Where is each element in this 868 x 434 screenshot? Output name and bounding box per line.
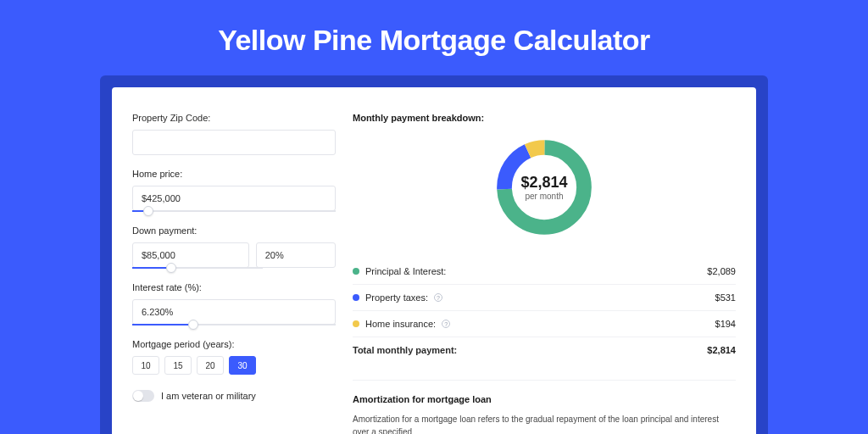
slider-thumb[interactable] bbox=[166, 263, 176, 273]
amortization-title: Amortization for mortgage loan bbox=[353, 394, 736, 404]
veteran-label: I am veteran or military bbox=[161, 391, 256, 401]
period-btn-15[interactable]: 15 bbox=[164, 356, 192, 375]
donut-center: $2,814 per month bbox=[520, 174, 567, 201]
total-value: $2,814 bbox=[707, 345, 736, 355]
interest-slider[interactable] bbox=[132, 324, 336, 326]
slider-thumb[interactable] bbox=[188, 320, 198, 330]
legend-value: $2,089 bbox=[707, 266, 736, 276]
zip-field-block: Property Zip Code: bbox=[132, 113, 336, 155]
legend-row: Home insurance:?$194 bbox=[353, 311, 736, 337]
period-btn-20[interactable]: 20 bbox=[197, 356, 224, 375]
legend-label: Home insurance: bbox=[365, 319, 436, 329]
calculator-card: Property Zip Code: Home price: Down paym… bbox=[112, 87, 756, 434]
period-label: Mortgage period (years): bbox=[132, 339, 336, 349]
total-label: Total monthly payment: bbox=[353, 345, 457, 355]
period-buttons: 10152030 bbox=[132, 356, 336, 375]
home-price-block: Home price: bbox=[132, 169, 336, 212]
home-price-input[interactable] bbox=[132, 186, 336, 211]
donut-chart: $2,814 per month bbox=[353, 135, 736, 240]
info-icon[interactable]: ? bbox=[442, 320, 450, 328]
period-block: Mortgage period (years): 10152030 bbox=[132, 339, 336, 375]
interest-label: Interest rate (%): bbox=[132, 282, 336, 292]
down-payment-input[interactable] bbox=[132, 242, 249, 268]
page-title: Yellow Pine Mortgage Calculator bbox=[0, 0, 868, 75]
toggle-knob bbox=[133, 391, 143, 401]
card-shadow: Property Zip Code: Home price: Down paym… bbox=[100, 75, 768, 434]
legend-dot-icon bbox=[353, 320, 359, 327]
veteran-toggle-row: I am veteran or military bbox=[132, 390, 336, 402]
period-btn-10[interactable]: 10 bbox=[132, 356, 159, 375]
donut-amount: $2,814 bbox=[520, 174, 567, 192]
down-payment-slider[interactable] bbox=[132, 267, 263, 269]
interest-block: Interest rate (%): bbox=[132, 282, 336, 326]
down-payment-label: Down payment: bbox=[132, 225, 336, 236]
info-icon[interactable]: ? bbox=[434, 293, 442, 302]
form-column: Property Zip Code: Home price: Down paym… bbox=[132, 113, 336, 434]
legend-row: Property taxes:?$531 bbox=[353, 285, 736, 311]
slider-thumb[interactable] bbox=[143, 206, 153, 216]
legend-dot-icon bbox=[353, 268, 359, 275]
zip-label: Property Zip Code: bbox=[132, 113, 336, 123]
breakdown-column: Monthly payment breakdown: $2,814 per mo… bbox=[353, 113, 736, 434]
veteran-toggle[interactable] bbox=[132, 390, 154, 402]
legend-value: $194 bbox=[715, 319, 736, 329]
legend-row: Principal & Interest:$2,089 bbox=[353, 259, 736, 285]
legend: Principal & Interest:$2,089Property taxe… bbox=[353, 259, 736, 337]
legend-label: Property taxes: bbox=[365, 292, 428, 303]
interest-input[interactable] bbox=[132, 299, 336, 325]
zip-input[interactable] bbox=[132, 130, 336, 155]
legend-value: $531 bbox=[715, 292, 736, 303]
home-price-label: Home price: bbox=[132, 169, 336, 179]
donut-sub: per month bbox=[520, 192, 567, 201]
amortization-section: Amortization for mortgage loan Amortizat… bbox=[353, 380, 736, 434]
breakdown-heading: Monthly payment breakdown: bbox=[353, 113, 736, 123]
period-btn-30[interactable]: 30 bbox=[229, 356, 256, 375]
legend-label: Principal & Interest: bbox=[365, 266, 446, 276]
legend-dot-icon bbox=[353, 294, 359, 301]
down-payment-block: Down payment: bbox=[132, 225, 336, 269]
legend-row-total: Total monthly payment: $2,814 bbox=[353, 337, 736, 363]
amortization-text: Amortization for a mortgage loan refers … bbox=[353, 413, 736, 434]
down-payment-pct-input[interactable] bbox=[256, 242, 336, 268]
home-price-slider[interactable] bbox=[132, 210, 336, 212]
